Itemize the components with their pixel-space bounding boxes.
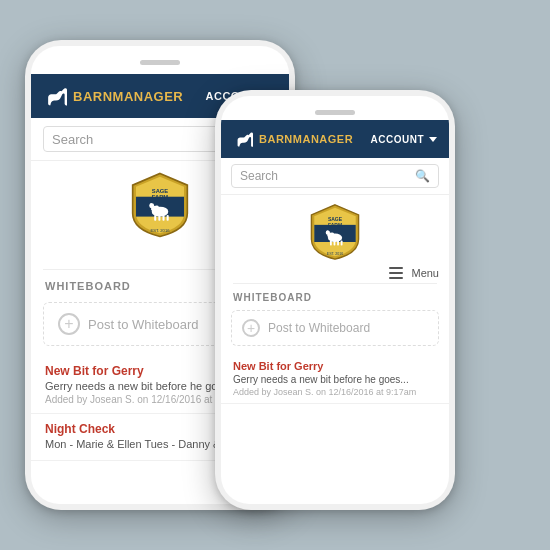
post-whiteboard-label-1: Post to Whiteboard [88,317,199,332]
svg-text:EST. 2016: EST. 2016 [327,252,343,256]
search-placeholder-2: Search [240,169,415,183]
whiteboard-title-2: WHITEBOARD [221,284,449,307]
sage-farm-logo-area-2: SAGE FARM EST. 2016 [221,195,449,265]
svg-rect-21 [337,241,339,246]
app-header-2: BARNMANAGER ACCOUNT [221,120,449,158]
item-meta-3: Added by Josean S. on 12/16/2016 at 9:17… [233,387,437,397]
speaker-2 [315,110,355,115]
horse-icon-2 [233,130,255,148]
whiteboard-item-3: New Bit for Gerry Gerry needs a new bit … [221,354,449,404]
brand-logo-1: BARNMANAGER [43,85,183,107]
brand-name-2: BARNMANAGER [259,133,353,145]
horse-icon-1 [43,85,69,107]
item-title-3: New Bit for Gerry [233,360,437,372]
menu-label-2[interactable]: Menu [411,267,439,279]
plus-circle-icon-2: + [242,319,260,337]
svg-rect-10 [167,215,169,221]
chevron-down-icon-2 [429,137,437,142]
svg-rect-22 [341,241,343,246]
svg-text:FARM: FARM [152,194,169,200]
svg-rect-19 [330,241,332,246]
search-input-2[interactable]: Search 🔍 [231,164,439,188]
post-whiteboard-label-2: Post to Whiteboard [268,321,370,335]
menu-bar-2: Menu [221,265,449,283]
svg-rect-8 [158,215,160,221]
sage-farm-logo-2: SAGE FARM EST. 2016 [310,203,360,261]
svg-rect-18 [326,231,328,235]
phone-device-2: BARNMANAGER ACCOUNT Search 🔍 [215,90,455,510]
item-desc-3: Gerry needs a new bit before he goes... [233,374,437,385]
brand-logo-2: BARNMANAGER [233,130,353,148]
svg-text:FARM: FARM [328,222,342,228]
svg-rect-9 [162,215,164,221]
svg-rect-6 [150,203,152,207]
speaker-1 [140,60,180,65]
svg-rect-7 [154,215,156,221]
post-whiteboard-button-2[interactable]: + Post to Whiteboard [231,310,439,346]
plus-circle-icon-1: + [58,313,80,335]
brand-name-1: BARNMANAGER [73,89,183,104]
search-bar-2: Search 🔍 [221,158,449,195]
svg-rect-20 [334,241,336,246]
search-icon-2: 🔍 [415,169,430,183]
svg-text:SAGE: SAGE [152,188,169,194]
sage-farm-logo-1: SAGE FARM EST. 20 [131,171,189,239]
svg-text:EST. 2016: EST. 2016 [150,228,170,233]
account-button-2[interactable]: ACCOUNT [371,134,438,145]
hamburger-icon-2 [389,267,403,279]
